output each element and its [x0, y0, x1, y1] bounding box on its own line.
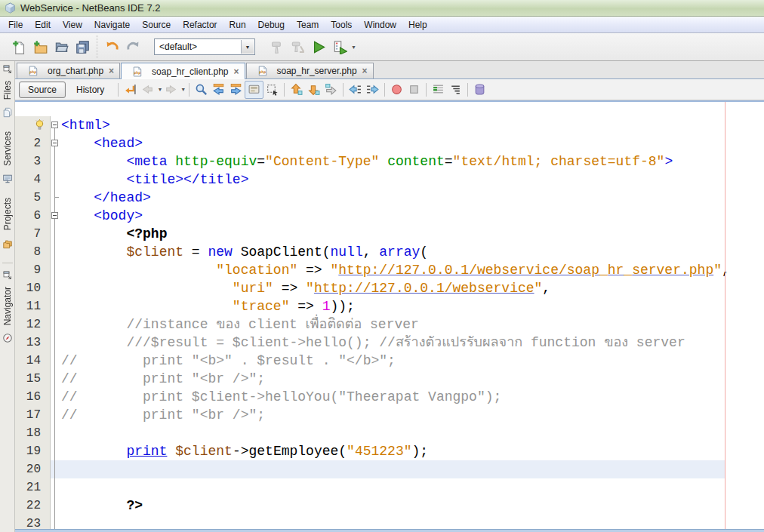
previous-bookmark-icon[interactable] — [288, 81, 305, 99]
clean-build-icon[interactable] — [287, 37, 308, 57]
stop-macro-icon[interactable] — [405, 81, 423, 99]
back-icon[interactable] — [139, 81, 156, 99]
tab-soap_hr_server.php[interactable]: phpsoap_hr_server.php× — [246, 63, 374, 78]
code-text[interactable]: // print "<br />"; — [60, 370, 265, 388]
find-selection-icon[interactable] — [193, 81, 210, 99]
code-text[interactable] — [60, 478, 61, 497]
menu-edit[interactable]: Edit — [29, 17, 57, 33]
toggle-bookmark-icon[interactable] — [322, 81, 340, 99]
hint-lightbulb-icon[interactable] — [15, 116, 51, 134]
sidebar-strip: FilesServicesProjectsNavigator — [0, 61, 15, 532]
code-text[interactable]: <body> — [60, 207, 143, 225]
menu-team[interactable]: Team — [291, 17, 325, 33]
dock-window-icon[interactable] — [2, 63, 13, 75]
run-project-icon[interactable] — [308, 37, 329, 57]
dropdown-caret-icon[interactable]: ▼ — [351, 45, 356, 50]
rectangular-selection-icon[interactable] — [263, 81, 281, 99]
code-text[interactable]: print $client->getEmployee("451223"); — [60, 442, 428, 460]
code-text[interactable]: <head> — [60, 134, 143, 152]
redo-icon[interactable] — [122, 37, 143, 57]
code-text[interactable]: // print "<br />"; — [60, 406, 265, 424]
code-line-9: 9 "location" => "http://127.0.0.1/webser… — [15, 261, 764, 279]
configuration-dropdown[interactable]: <default>▼ — [154, 38, 255, 55]
code-text[interactable] — [60, 460, 61, 478]
menu-debug[interactable]: Debug — [252, 17, 291, 33]
code-line-14: 14// print "<b>" . $result . "</b>"; — [15, 352, 764, 370]
code-text[interactable]: "location" => "http://127.0.0.1/webservi… — [60, 261, 730, 279]
code-text[interactable]: //instance ของ client เพื่อติดต่อ server — [60, 315, 419, 334]
line-number: 6 — [15, 207, 51, 225]
code-text[interactable]: // print $client->helloYou("Theerapat Va… — [60, 388, 501, 406]
menu-view[interactable]: View — [57, 17, 88, 33]
build-project-icon[interactable] — [266, 37, 287, 57]
source-view-button[interactable]: Source — [19, 81, 66, 98]
menu-source[interactable]: Source — [136, 17, 177, 33]
sidebar-tab-label: Files — [2, 81, 13, 100]
code-text[interactable] — [60, 515, 61, 529]
uncomment-icon[interactable] — [447, 81, 464, 99]
code-editor[interactable]: <html>2 <head>3 <meta http-equiv="Conten… — [15, 102, 764, 529]
line-number: 18 — [15, 424, 51, 442]
debug-project-icon[interactable] — [329, 37, 350, 57]
code-text[interactable]: </head> — [60, 189, 151, 207]
shift-left-icon[interactable] — [347, 81, 364, 99]
sidebar-separator — [2, 263, 13, 263]
new-project-icon[interactable] — [29, 37, 51, 57]
code-text[interactable]: ?> — [60, 497, 143, 515]
new-file-icon[interactable] — [8, 37, 29, 57]
undo-icon[interactable] — [101, 37, 122, 57]
find-previous-icon[interactable] — [210, 81, 227, 99]
dropdown-caret-icon[interactable]: ▼ — [157, 87, 162, 92]
editor-toolbar: SourceHistory▼▼ — [15, 79, 764, 100]
open-project-icon[interactable] — [51, 37, 72, 57]
chevron-down-icon[interactable]: ▼ — [241, 40, 254, 54]
code-text[interactable]: <meta http-equiv="Content-Type" content=… — [60, 152, 673, 171]
tab-org_chart.php[interactable]: phporg_chart.php× — [17, 63, 120, 78]
dropdown-caret-icon[interactable]: ▼ — [180, 87, 186, 92]
forward-icon[interactable] — [162, 81, 180, 99]
dock-window-icon[interactable] — [2, 269, 13, 281]
menu-run[interactable]: Run — [223, 17, 252, 33]
close-icon[interactable]: × — [362, 67, 368, 75]
fold-guide — [51, 515, 60, 529]
sidebar-tab-label: Projects — [2, 198, 13, 230]
find-next-icon[interactable] — [227, 81, 245, 99]
fold-toggle-icon[interactable] — [51, 116, 60, 134]
menu-tools[interactable]: Tools — [325, 17, 358, 33]
code-line-17: 17// print "<br />"; — [15, 406, 764, 424]
menu-navigate[interactable]: Navigate — [88, 17, 136, 33]
code-line-13: 13 ///$result = $client->hello(); //สร้า… — [15, 334, 764, 352]
code-text[interactable]: $client = new SoapClient(null, array( — [60, 243, 428, 261]
save-all-icon[interactable] — [72, 37, 93, 57]
menu-window[interactable]: Window — [358, 17, 402, 33]
toolbar-group — [97, 35, 147, 58]
code-text[interactable]: <title></title> — [60, 171, 248, 189]
shift-right-icon[interactable] — [364, 81, 381, 99]
title-bar[interactable]: WebService - NetBeans IDE 7.2 — [0, 0, 764, 17]
last-edit-position-icon[interactable] — [122, 81, 139, 99]
code-text[interactable] — [60, 424, 61, 442]
history-view-button[interactable]: History — [67, 81, 113, 98]
code-text[interactable]: <html> — [60, 116, 110, 134]
tab-soap_hr_client.php[interactable]: phpsoap_hr_client.php× — [121, 63, 245, 79]
close-icon[interactable]: × — [109, 67, 114, 75]
sidebar-tab-label: Services — [2, 131, 13, 166]
code-text[interactable]: <?php — [60, 225, 167, 243]
close-icon[interactable]: × — [234, 68, 239, 75]
next-bookmark-icon[interactable] — [305, 81, 322, 99]
menu-help[interactable]: Help — [402, 17, 433, 33]
comment-icon[interactable] — [430, 81, 447, 99]
line-number: 8 — [15, 243, 51, 261]
fold-toggle-icon[interactable] — [51, 134, 60, 152]
fold-toggle-icon[interactable] — [51, 207, 60, 225]
menu-file[interactable]: File — [2, 17, 29, 33]
highlight-search-icon[interactable] — [245, 81, 263, 99]
code-text[interactable]: // print "<b>" . $result . "</b>"; — [60, 352, 396, 370]
code-text[interactable]: "trace" => 1)); — [60, 297, 355, 315]
code-generator-icon[interactable] — [471, 81, 488, 99]
menu-refactor[interactable]: Refactor — [177, 17, 223, 33]
code-text[interactable]: ///$result = $client->hello(); //สร้างตั… — [60, 334, 685, 352]
code-text[interactable]: "uri" => "http://127.0.0.1/webservice", — [60, 279, 550, 297]
menu-bar: FileEditViewNavigateSourceRefactorRunDeb… — [0, 17, 764, 33]
start-macro-icon[interactable] — [388, 81, 405, 99]
